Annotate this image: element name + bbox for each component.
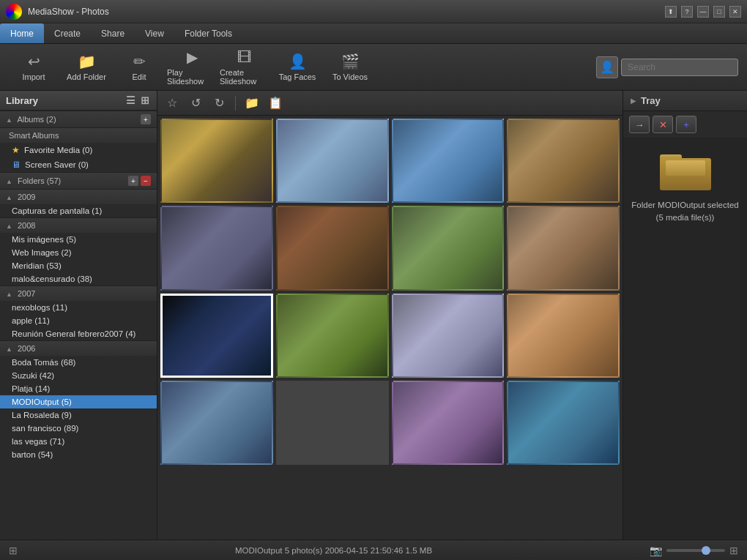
menu-create[interactable]: Create xyxy=(44,23,91,43)
year-2009-icon: ▲ xyxy=(6,194,12,201)
favorite-tool[interactable]: ☆ xyxy=(163,94,181,112)
create-slideshow-label: Create Slideshow xyxy=(220,68,270,86)
title-bar: MediaShow - Photos ⬆ ? — □ ✕ xyxy=(0,0,747,23)
folders-section[interactable]: ▲ Folders (57) + − xyxy=(0,172,157,189)
play-slideshow-button[interactable]: ▶ Play Slideshow xyxy=(167,47,217,88)
sidebar-item-meridian[interactable]: Meridian (53) xyxy=(0,259,157,272)
import-tool[interactable]: 📋 xyxy=(267,94,284,112)
sidebar-list-view[interactable]: ☰ xyxy=(124,94,136,106)
photo-thumb-1[interactable] xyxy=(160,119,273,203)
sidebar-item-barton[interactable]: barton (54) xyxy=(0,448,157,461)
year-2007[interactable]: ▲ 2007 xyxy=(0,285,157,301)
photo-thumb-13[interactable] xyxy=(160,381,273,465)
sidebar-item-platja[interactable]: Platja (14) xyxy=(0,382,157,395)
albums-add-btn[interactable]: + xyxy=(141,114,151,124)
maximize-button[interactable]: □ xyxy=(713,6,725,18)
content-area: Library ☰ ⊞ ▲ Albums (2) + Smart Albums xyxy=(0,91,747,540)
to-videos-button[interactable]: 🎬 To Videos xyxy=(325,47,375,88)
barton-label: barton (54) xyxy=(12,450,53,459)
screen-saver-label: Screen Saver (0) xyxy=(25,160,89,169)
year-2008-icon: ▲ xyxy=(6,223,12,230)
menu-view[interactable]: View xyxy=(135,23,174,43)
zoom-thumb[interactable] xyxy=(702,546,710,555)
search-input[interactable] xyxy=(621,59,738,76)
sidebar-item-capturas[interactable]: Capturas de pantalla (1) xyxy=(0,204,157,217)
edit-button[interactable]: ✏ Edit xyxy=(114,47,164,88)
suzuki-label: Suzuki (42) xyxy=(12,371,54,380)
menu-folder-tools[interactable]: Folder Tools xyxy=(174,23,242,43)
sidebar-item-boda-tomas[interactable]: Boda Tomás (68) xyxy=(0,356,157,369)
year-2007-label: 2007 xyxy=(18,289,35,298)
tray-arrow-icon: ▶ xyxy=(631,97,636,105)
photo-thumb-11[interactable] xyxy=(392,294,505,378)
sidebar-header: Library ☰ ⊞ xyxy=(0,91,157,111)
photo-thumb-16[interactable] xyxy=(507,381,620,465)
menu-share[interactable]: Share xyxy=(91,23,135,43)
undo-tool[interactable]: ↺ xyxy=(187,94,204,112)
sidebar-item-las-vegas[interactable]: las vegas (71) xyxy=(0,435,157,448)
sidebar-item-screen-saver[interactable]: 🖥 Screen Saver (0) xyxy=(0,157,157,172)
photo-thumb-4[interactable] xyxy=(507,119,620,203)
import-button[interactable]: ↩ Import xyxy=(9,47,59,88)
upload-button[interactable]: ⬆ xyxy=(665,6,677,18)
sidebar-item-modioutput[interactable]: MODIOutput (5) xyxy=(0,395,157,408)
folders-remove-btn[interactable]: − xyxy=(141,176,151,186)
photo-thumb-2[interactable] xyxy=(276,119,389,203)
zoom-slider[interactable] xyxy=(666,549,725,552)
photo-thumb-14[interactable] xyxy=(276,381,389,465)
sidebar-item-san-francisco[interactable]: san francisco (89) xyxy=(0,422,157,435)
person-icon-button[interactable]: 👤 xyxy=(596,56,618,78)
create-slideshow-icon: 🎞 xyxy=(237,49,252,66)
photo-thumb-15[interactable] xyxy=(392,381,505,465)
menu-home[interactable]: Home xyxy=(0,23,44,43)
minimize-button[interactable]: — xyxy=(697,6,709,18)
year-2006-label: 2006 xyxy=(18,344,35,353)
photo-thumb-8[interactable] xyxy=(507,206,620,290)
reunion-label: Reunión General febrero2007 (4) xyxy=(12,329,135,338)
sidebar-grid-view[interactable]: ⊞ xyxy=(139,94,151,106)
status-grid-icon[interactable]: ⊞ xyxy=(729,545,738,556)
play-icon: ▶ xyxy=(187,48,198,66)
status-left-icon[interactable]: ⊞ xyxy=(9,545,18,556)
year-2009[interactable]: ▲ 2009 xyxy=(0,189,157,204)
photo-thumb-12[interactable] xyxy=(507,294,620,378)
sidebar-item-reunion[interactable]: Reunión General febrero2007 (4) xyxy=(0,327,157,340)
photo-thumb-6[interactable] xyxy=(276,206,389,290)
sidebar-item-nexoblogs[interactable]: nexoblogs (11) xyxy=(0,301,157,314)
photo-thumb-9[interactable] xyxy=(160,294,273,378)
sidebar-item-mis-imagenes[interactable]: Mis imágenes (5) xyxy=(0,233,157,246)
tray-title: Tray xyxy=(641,95,661,106)
folders-add-btn[interactable]: + xyxy=(128,176,138,186)
tray-send-button[interactable]: → xyxy=(629,116,650,133)
toolbar: ↩ Import 📁 Add Folder ✏ Edit ▶ Play Slid… xyxy=(0,44,747,91)
help-button[interactable]: ? xyxy=(681,6,693,18)
title-text: MediaShow - Photos xyxy=(28,7,665,17)
status-text: MODIOutput 5 photo(s) 2006-04-15 21:50:4… xyxy=(26,546,641,555)
sidebar-item-web-images[interactable]: Web Images (2) xyxy=(0,246,157,259)
tag-faces-button[interactable]: 👤 Tag Faces xyxy=(272,47,322,88)
add-folder-button[interactable]: 📁 Add Folder xyxy=(62,47,111,88)
folder-tool[interactable]: 📁 xyxy=(243,94,261,112)
sidebar-item-suzuki[interactable]: Suzuki (42) xyxy=(0,369,157,382)
photo-thumb-5[interactable] xyxy=(160,206,273,290)
albums-section[interactable]: ▲ Albums (2) + xyxy=(0,111,157,127)
status-camera-icon[interactable]: 📷 xyxy=(650,545,662,556)
sidebar-title: Library xyxy=(6,95,38,106)
tray-add-button[interactable]: + xyxy=(676,116,696,133)
photo-thumb-7[interactable] xyxy=(392,206,505,290)
tray-remove-button[interactable]: ✕ xyxy=(653,116,673,133)
redo-tool[interactable]: ↻ xyxy=(210,94,228,112)
smart-albums-section[interactable]: Smart Albums xyxy=(0,127,157,143)
status-icons: 📷 ⊞ xyxy=(650,545,738,556)
main-area: ☆ ↺ ↻ 📁 📋 xyxy=(157,91,622,540)
create-slideshow-button[interactable]: 🎞 Create Slideshow xyxy=(220,47,270,88)
sidebar-item-malo[interactable]: malo&censurado (38) xyxy=(0,272,157,285)
year-2006[interactable]: ▲ 2006 xyxy=(0,340,157,356)
sidebar-item-la-rosaleda[interactable]: La Rosaleda (9) xyxy=(0,408,157,422)
close-button[interactable]: ✕ xyxy=(729,6,741,18)
sidebar-item-apple[interactable]: apple (11) xyxy=(0,314,157,327)
year-2008[interactable]: ▲ 2008 xyxy=(0,217,157,233)
sidebar-item-favorite-media[interactable]: ★ Favorite Media (0) xyxy=(0,143,157,157)
photo-thumb-3[interactable] xyxy=(392,119,505,203)
photo-thumb-10[interactable] xyxy=(276,294,389,378)
